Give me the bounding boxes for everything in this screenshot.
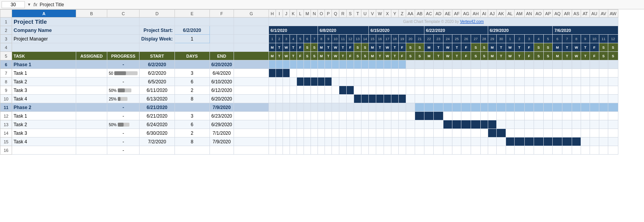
- cell-reference[interactable]: [2, 1, 25, 8]
- p2t4-name[interactable]: Task 4: [12, 137, 76, 146]
- p2t2-name[interactable]: Task 2: [12, 120, 76, 129]
- col-h-header[interactable]: H: [269, 10, 276, 18]
- phase1-start[interactable]: 6/2/2020: [140, 60, 175, 69]
- col-aj-header[interactable]: AJ: [488, 10, 497, 18]
- row-15-p2t4[interactable]: 15 Task 4 - 7/2/2020 8 7/9/2020: [0, 137, 618, 146]
- col-x-header[interactable]: X: [384, 10, 391, 18]
- col-l-header[interactable]: L: [297, 10, 304, 18]
- p2t4-days[interactable]: 8: [175, 137, 209, 146]
- col-m-header[interactable]: M: [304, 10, 311, 18]
- t1-assigned[interactable]: [76, 69, 107, 78]
- row-8-task2[interactable]: 8 Task 2 - 6/5/2020 6 6/10/2020: [0, 78, 618, 86]
- col-ap-header[interactable]: AP: [543, 10, 553, 18]
- display-week-value[interactable]: 1: [175, 35, 209, 43]
- t1-days[interactable]: 3: [175, 69, 209, 78]
- t4-days[interactable]: 8: [175, 95, 209, 103]
- col-q-header[interactable]: Q: [332, 10, 339, 18]
- r16-a[interactable]: [12, 146, 76, 155]
- col-g-header[interactable]: G: [234, 10, 269, 18]
- col-at-header[interactable]: AT: [581, 10, 590, 18]
- col-f-header[interactable]: F: [209, 10, 234, 18]
- p2t1-name[interactable]: Task 1: [12, 112, 76, 120]
- col-j-header[interactable]: J: [283, 10, 290, 18]
- col-av-header[interactable]: AV: [599, 10, 608, 18]
- col-r-header[interactable]: R: [339, 10, 347, 18]
- row-9-task3[interactable]: 9 Task 3 50% 6/11/2020 2 6/12/2020: [0, 86, 618, 95]
- p2t1-start[interactable]: 6/21/2020: [140, 112, 175, 120]
- row-12-p2t1[interactable]: 12 Task 1 - 6/21/2020 3 6/23/2020: [0, 112, 618, 120]
- col-u-header[interactable]: U: [361, 10, 369, 18]
- row-14-p2t3[interactable]: 14 Task 3 - 6/30/2020 2 7/1/2020: [0, 129, 618, 137]
- col-t-header[interactable]: T: [354, 10, 361, 18]
- p2t4-end[interactable]: 7/9/2020: [209, 137, 234, 146]
- p2t3-end[interactable]: 7/1/2020: [209, 129, 234, 137]
- t2-end[interactable]: 6/10/2020: [209, 78, 234, 86]
- p2t2-end[interactable]: 6/29/2020: [209, 120, 234, 129]
- phase1-name[interactable]: Phase 1: [12, 60, 76, 69]
- col-al-header[interactable]: AL: [506, 10, 514, 18]
- cell-ref-dropdown[interactable]: ▼: [27, 2, 31, 7]
- col-ar-header[interactable]: AR: [562, 10, 572, 18]
- col-s-header[interactable]: S: [347, 10, 354, 18]
- col-e-header[interactable]: E: [175, 10, 209, 18]
- col-k-header[interactable]: K: [290, 10, 297, 18]
- col-aa-header[interactable]: AA: [406, 10, 415, 18]
- col-ae-header[interactable]: AE: [443, 10, 452, 18]
- p2t4-assigned[interactable]: [76, 137, 107, 146]
- col-ah-header[interactable]: AH: [471, 10, 480, 18]
- r16-b[interactable]: [76, 146, 107, 155]
- col-as-header[interactable]: AS: [572, 10, 581, 18]
- col-c-header[interactable]: C: [107, 10, 140, 18]
- col-y-header[interactable]: Y: [391, 10, 398, 18]
- col-an-header[interactable]: AN: [524, 10, 534, 18]
- col-i-header[interactable]: I: [276, 10, 283, 18]
- project-start-value[interactable]: 6/2/2020: [175, 26, 209, 35]
- t3-end[interactable]: 6/12/2020: [209, 86, 234, 95]
- company-name-cell[interactable]: Company Name: [12, 26, 140, 35]
- t3-start[interactable]: 6/11/2020: [140, 86, 175, 95]
- t4-end[interactable]: 6/20/2020: [209, 95, 234, 103]
- p2t3-assigned[interactable]: [76, 129, 107, 137]
- col-o-header[interactable]: O: [318, 10, 325, 18]
- col-d-header[interactable]: D: [140, 10, 175, 18]
- row-16-empty[interactable]: 16 -: [0, 146, 618, 155]
- p2t2-days[interactable]: 6: [175, 120, 209, 129]
- col-ag-header[interactable]: AG: [461, 10, 471, 18]
- t3-assigned[interactable]: [76, 86, 107, 95]
- col-aw-header[interactable]: AW: [608, 10, 618, 18]
- row-11-phase2[interactable]: 11 Phase 2 - 6/21/2020 7/9/2020: [0, 103, 618, 112]
- col-ao-header[interactable]: AO: [534, 10, 543, 18]
- col-z-header[interactable]: Z: [398, 10, 406, 18]
- col-a-header[interactable]: A: [12, 10, 76, 18]
- col-ai-header[interactable]: AI: [480, 10, 488, 18]
- t3-name[interactable]: Task 3: [12, 86, 76, 95]
- p2t4-start[interactable]: 7/2/2020: [140, 137, 175, 146]
- col-ac-header[interactable]: AC: [424, 10, 434, 18]
- p2t2-assigned[interactable]: [76, 120, 107, 129]
- phase1-end[interactable]: 6/20/2020: [209, 60, 234, 69]
- phase2-start[interactable]: 6/21/2020: [140, 103, 175, 112]
- p2t3-days[interactable]: 2: [175, 129, 209, 137]
- t4-assigned[interactable]: [76, 95, 107, 103]
- col-v-header[interactable]: V: [369, 10, 376, 18]
- row-6-phase1[interactable]: 6 Phase 1 - 6/2/2020 6/20/2020: [0, 60, 618, 69]
- phase2-name[interactable]: Phase 2: [12, 103, 76, 112]
- col-n-header[interactable]: N: [311, 10, 318, 18]
- col-ab-header[interactable]: AB: [415, 10, 424, 18]
- p2t3-start[interactable]: 6/30/2020: [140, 129, 175, 137]
- col-b-header[interactable]: B: [76, 10, 107, 18]
- col-aq-header[interactable]: AQ: [553, 10, 562, 18]
- p2t1-assigned[interactable]: [76, 112, 107, 120]
- t1-end[interactable]: 6/4/2020: [209, 69, 234, 78]
- t3-days[interactable]: 2: [175, 86, 209, 95]
- t2-assigned[interactable]: [76, 78, 107, 86]
- row-7-task1[interactable]: 7 Task 1 50 6/2/2020 3 6/4/2020: [0, 69, 618, 78]
- t2-days[interactable]: 6: [175, 78, 209, 86]
- t1-start[interactable]: 6/2/2020: [140, 69, 175, 78]
- col-au-header[interactable]: AU: [590, 10, 599, 18]
- t1-name[interactable]: Task 1: [12, 69, 76, 78]
- p2t1-end[interactable]: 6/23/2020: [209, 112, 234, 120]
- project-title-cell[interactable]: Project Title: [12, 18, 140, 26]
- col-am-header[interactable]: AM: [515, 10, 525, 18]
- row-13-p2t2[interactable]: 13 Task 2 50% 6/24/2020 6 6/29/2020: [0, 120, 618, 129]
